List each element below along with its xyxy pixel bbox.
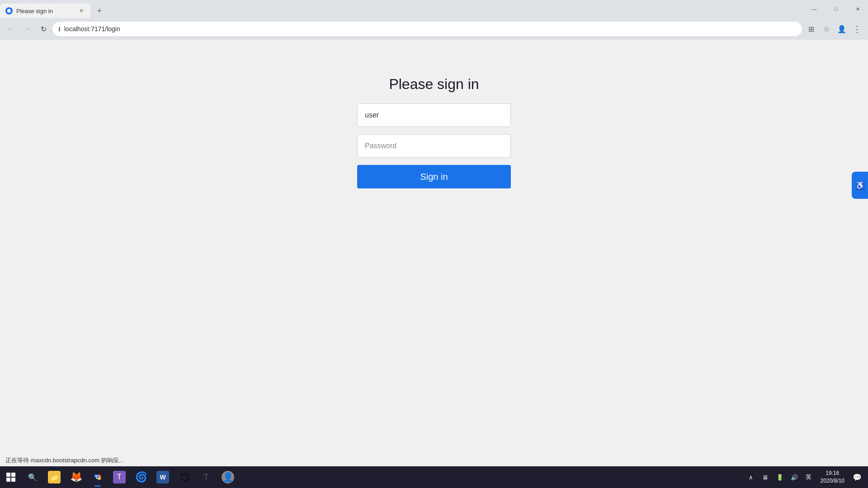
tray-volume[interactable]: 🔊 — [788, 471, 801, 483]
system-tray: ∧ 🖥 🔋 🔊 英 19:16 2020/8/10 💬 — [745, 466, 868, 488]
minimize-button[interactable]: — — [804, 0, 825, 18]
taskbar-item-typora[interactable]: T — [195, 466, 217, 488]
tray-language[interactable]: 英 — [802, 471, 815, 483]
menu-button[interactable]: ⋮ — [850, 22, 864, 36]
search-button[interactable]: 🔍 — [22, 466, 43, 488]
taskbar-item-chrome[interactable] — [87, 466, 108, 488]
refresh-button[interactable]: ↻ — [36, 22, 51, 36]
clock-area[interactable]: 19:16 2020/8/10 — [817, 466, 848, 488]
taskbar-items: 📁 🦊 T 🌀 W — [43, 466, 239, 488]
tray-network[interactable]: 🖥 — [759, 471, 772, 483]
close-button[interactable]: ✕ — [847, 0, 868, 18]
svg-point-2 — [96, 476, 99, 479]
file-explorer-icon: 📁 — [48, 471, 61, 483]
tab-title: Please sign in — [16, 8, 74, 14]
tray-battery[interactable]: 🔋 — [774, 471, 786, 483]
address-bar-row: ← → ↻ ℹ localhost:7171/login ⊞ ☆ 👤 ⋮ — [0, 18, 868, 40]
maximize-button[interactable]: □ — [826, 0, 846, 18]
taskbar-item-purple-app[interactable]: T — [108, 466, 130, 488]
orange-app-icon: 🌀 — [135, 471, 147, 483]
typora-icon: T — [200, 471, 212, 483]
chrome-icon — [91, 471, 104, 483]
address-text: localhost:7171/login — [64, 25, 796, 33]
taskbar-item-avatar[interactable]: 👤 — [217, 466, 239, 488]
profile-button[interactable]: 👤 — [835, 22, 849, 36]
taskbar-item-teal-app[interactable]: ⬡ — [174, 466, 195, 488]
address-icon: ℹ — [58, 26, 61, 33]
taskbar-item-firefox[interactable]: 🦊 — [65, 466, 87, 488]
username-input[interactable] — [357, 103, 511, 127]
toolbar-right: ⊞ ☆ 👤 ⋮ — [804, 22, 864, 36]
status-bar: 正在等待 maxcdn.bootstrapcdn.com 的响应... — [0, 455, 129, 466]
window-controls: — □ ✕ — [804, 0, 868, 18]
taskbar-item-file-explorer[interactable]: 📁 — [43, 466, 65, 488]
sign-in-button[interactable]: Sign in — [357, 165, 511, 188]
status-text: 正在等待 maxcdn.bootstrapcdn.com 的响应... — [5, 457, 124, 464]
page-title: Please sign in — [389, 76, 479, 93]
side-float-icon: ♿ — [855, 180, 865, 190]
taskbar: 🔍 📁 🦊 T 🌀 — [0, 466, 868, 488]
notification-button[interactable]: 💬 — [850, 466, 864, 488]
title-bar: Please sign in ✕ + — □ ✕ — [0, 0, 868, 18]
back-button[interactable]: ← — [4, 22, 18, 36]
start-button[interactable] — [0, 466, 22, 488]
password-input[interactable] — [357, 134, 511, 158]
login-container: Please sign in Sign in — [357, 76, 511, 188]
avatar-icon: 👤 — [222, 471, 234, 483]
tabs-area: Please sign in ✕ + — [0, 0, 107, 18]
teal-app-icon: ⬡ — [178, 471, 191, 483]
tray-chevron[interactable]: ∧ — [745, 471, 757, 483]
active-tab[interactable]: Please sign in ✕ — [0, 4, 90, 18]
taskbar-item-orange-app[interactable]: 🌀 — [130, 466, 152, 488]
new-tab-button[interactable]: + — [92, 4, 107, 18]
tab-favicon — [5, 7, 13, 14]
bookmark-button[interactable]: ☆ — [819, 22, 834, 36]
taskbar-item-word[interactable]: W — [152, 466, 174, 488]
clock-date: 2020/8/10 — [821, 477, 844, 485]
firefox-icon: 🦊 — [70, 471, 82, 483]
page-content: Please sign in Sign in — [0, 40, 868, 466]
word-icon: W — [156, 471, 169, 483]
purple-app-icon: T — [113, 471, 126, 483]
forward-button[interactable]: → — [20, 22, 34, 36]
translate-button[interactable]: ⊞ — [804, 22, 818, 36]
windows-icon — [6, 473, 15, 482]
clock-time: 19:16 — [826, 469, 839, 477]
tab-close-button[interactable]: ✕ — [78, 7, 85, 14]
address-bar[interactable]: ℹ localhost:7171/login — [52, 22, 802, 36]
side-float-button[interactable]: ♿ — [852, 172, 868, 199]
